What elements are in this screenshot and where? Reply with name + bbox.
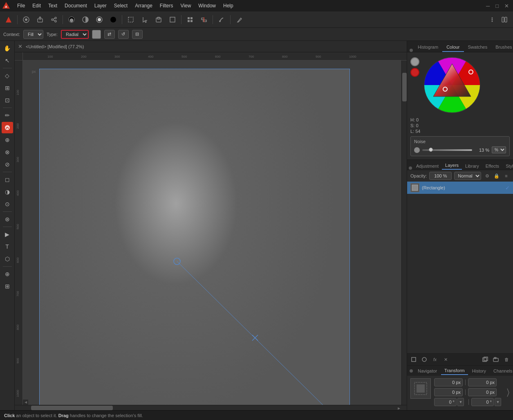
fill-tool active-tool[interactable]	[2, 122, 13, 133]
vector-paint-tool[interactable]: ⊕	[2, 134, 13, 146]
tab-histogram[interactable]: Histogram	[414, 43, 442, 52]
context-dropdown[interactable]: Fill	[23, 30, 43, 39]
toolbar-share[interactable]	[48, 14, 60, 25]
menu-layer[interactable]: Layer	[91, 2, 110, 9]
toolbar-grid[interactable]	[184, 14, 196, 25]
zoom-tool-node[interactable]: ▶	[2, 229, 13, 240]
artboard-tool[interactable]: ⬡	[2, 253, 13, 265]
vscrollbar[interactable]	[401, 61, 407, 405]
menu-arrange[interactable]: Arrange	[132, 2, 156, 9]
toolbar-contrast[interactable]	[79, 14, 92, 25]
menu-filters[interactable]: Filters	[157, 2, 177, 9]
toolbar-brush[interactable]	[215, 14, 228, 25]
hscrollbar[interactable]	[23, 405, 401, 410]
layer-item-rectangle[interactable]: (Rectangle) ✓	[407, 182, 513, 194]
inpainting-tool[interactable]: ⊘	[2, 159, 13, 170]
window-close[interactable]: ✕	[502, 2, 511, 10]
snap-gradient[interactable]: ⊟	[132, 30, 143, 39]
window-maximize[interactable]: □	[493, 2, 501, 10]
opacity-input[interactable]	[429, 172, 452, 180]
tab-adjustment[interactable]: Adjustment	[413, 162, 442, 170]
document-close[interactable]: ✕	[18, 43, 22, 49]
nav-panel-collapse[interactable]	[410, 369, 413, 373]
toolbar-pen[interactable]	[233, 14, 245, 25]
tab-channels[interactable]: Channels	[490, 367, 513, 375]
menu-select[interactable]: Select	[111, 2, 131, 9]
tab-history[interactable]: History	[469, 367, 489, 375]
toolbar-export[interactable]	[34, 14, 46, 25]
colour-wheel-svg[interactable]	[423, 56, 482, 115]
tab-styles[interactable]: Styles	[502, 162, 513, 170]
tab-effects[interactable]: Effects	[482, 162, 502, 170]
canvas-viewport[interactable]: px	[23, 61, 401, 405]
layer-add-icon[interactable]	[410, 355, 418, 364]
eyedropper-tool[interactable]: ⊛	[2, 213, 13, 225]
smart-tool[interactable]: ⊗	[2, 146, 13, 158]
transform-y2[interactable]	[468, 388, 497, 396]
layer-fx-icon[interactable]: fx	[431, 355, 439, 364]
text-tool[interactable]: T	[2, 241, 13, 252]
noise-slider[interactable]	[422, 149, 472, 151]
paint-tool[interactable]: ✏	[2, 110, 13, 121]
menu-text[interactable]: Text	[45, 2, 60, 9]
menu-document[interactable]: Document	[61, 2, 90, 9]
tab-library[interactable]: Library	[462, 162, 482, 170]
layers-panel-collapse[interactable]	[409, 166, 412, 170]
layer-visible-check[interactable]: ✓	[505, 185, 510, 191]
zoom-tool[interactable]: ⊕	[2, 268, 13, 280]
vscrollbar-thumb[interactable]	[402, 73, 407, 101]
transform-y1[interactable]	[434, 388, 463, 396]
toolbar-more[interactable]	[488, 14, 497, 25]
layer-delete-icon[interactable]: 🗑	[502, 355, 511, 364]
toolbar-gradient[interactable]	[107, 14, 119, 25]
toolbar-pointer[interactable]	[139, 14, 151, 25]
toolbar-frame[interactable]	[125, 14, 137, 25]
noise-slider-thumb[interactable]	[429, 148, 433, 152]
layer-mask-icon[interactable]: ✕	[441, 355, 450, 364]
transform-r2[interactable]	[471, 398, 494, 406]
menu-edit[interactable]: Edit	[29, 2, 44, 9]
tab-brushes[interactable]: Brushes	[491, 43, 513, 52]
type-dropdown[interactable]: Radial	[61, 30, 89, 39]
hand-tool[interactable]: ✋	[2, 43, 13, 54]
toolbar-home[interactable]	[2, 14, 15, 25]
toolbar-mask[interactable]	[152, 14, 165, 25]
menu-help[interactable]: Help	[220, 2, 237, 9]
toolbar-studio[interactable]	[498, 14, 511, 25]
hscrollbar-thumb[interactable]	[31, 406, 113, 410]
menu-view[interactable]: View	[177, 2, 195, 9]
fill-colour-dot[interactable]	[410, 57, 419, 66]
node-tool[interactable]: ◇	[2, 70, 13, 81]
menu-window[interactable]: Window	[195, 2, 219, 9]
crop-tool[interactable]: ⊡	[2, 94, 13, 106]
view-tool[interactable]: ⊞	[2, 281, 13, 292]
transform-r2-down[interactable]: ▼	[495, 398, 501, 406]
move-tool[interactable]: ↖	[2, 55, 13, 66]
toolbar-color-picker[interactable]	[93, 14, 105, 25]
transform-r1-down[interactable]: ▼	[457, 398, 464, 406]
transform-r1[interactable]	[434, 398, 457, 406]
eraser-tool[interactable]: ◻	[2, 174, 13, 185]
toolbar-align[interactable]	[198, 14, 210, 25]
layer-duplicate-icon[interactable]	[481, 355, 489, 364]
toolbar-rect[interactable]	[166, 14, 179, 25]
blend-mode-dropdown[interactable]: Normal	[454, 172, 481, 180]
reverse-gradient[interactable]: ↺	[118, 30, 129, 39]
tab-navigator[interactable]: Navigator	[414, 367, 440, 375]
toolbar-personas[interactable]	[20, 14, 32, 25]
layer-group-icon[interactable]	[492, 355, 500, 364]
layer-circle-icon[interactable]	[420, 355, 428, 364]
clone-tool[interactable]: ⊙	[2, 198, 13, 210]
layer-menu-icon[interactable]: ≡	[503, 172, 510, 180]
tab-colour[interactable]: Colour	[442, 43, 464, 52]
layer-lock-icon[interactable]: 🔒	[493, 172, 500, 180]
tab-layers[interactable]: Layers	[442, 162, 462, 170]
transform-x2[interactable]	[468, 378, 497, 386]
fill-color-swatch[interactable]	[92, 30, 101, 39]
tab-transform[interactable]: Transform	[441, 367, 468, 375]
transform-tool[interactable]: ⊞	[2, 82, 13, 94]
toolbar-color-wheel[interactable]: ⬤	[65, 14, 78, 25]
window-minimize[interactable]: ─	[484, 2, 492, 10]
transform-collapse-arrow[interactable]	[506, 378, 510, 399]
dodge-tool[interactable]: ◑	[2, 186, 13, 198]
